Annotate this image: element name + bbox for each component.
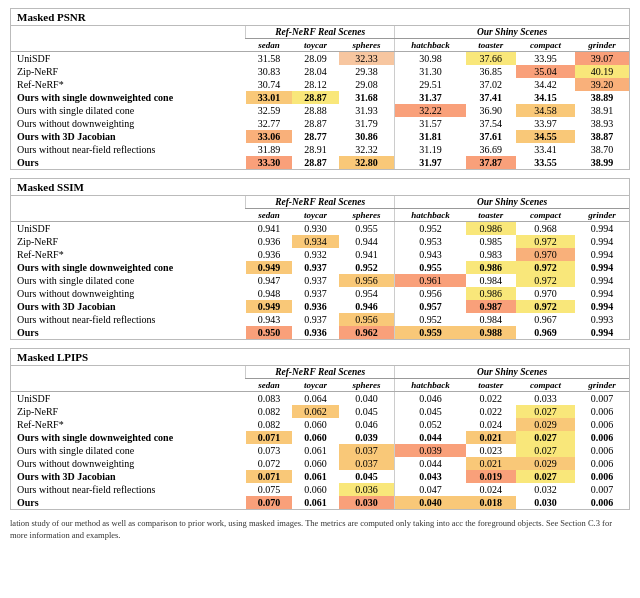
cell-1-0-5: 0.968	[516, 222, 575, 236]
col-subheader-1-5: compact	[516, 209, 575, 222]
cell-1-2-0: 0.936	[246, 248, 292, 261]
cell-1-4-1: 0.937	[292, 274, 339, 287]
cell-1-3-1: 0.937	[292, 261, 339, 274]
cell-0-1-5: 35.04	[516, 65, 575, 78]
table-row: Ref-NeRF*0.9360.9320.9410.9430.9830.9700…	[11, 248, 629, 261]
cell-0-8-6: 38.99	[575, 156, 629, 169]
col-subheader-1-3: hatchback	[395, 209, 466, 222]
cell-1-5-2: 0.954	[339, 287, 394, 300]
cell-2-8-3: 0.040	[395, 496, 466, 509]
table-row: Zip-NeRF0.0820.0620.0450.0450.0220.0270.…	[11, 405, 629, 418]
table-row: Ours with 3D Jacobian0.0710.0610.0450.04…	[11, 470, 629, 483]
table-row: Zip-NeRF0.9360.9340.9440.9530.9850.9720.…	[11, 235, 629, 248]
cell-1-8-5: 0.969	[516, 326, 575, 339]
cell-2-4-6: 0.006	[575, 444, 629, 457]
table-row: Ours without downweighting0.0720.0600.03…	[11, 457, 629, 470]
cell-0-7-1: 28.91	[292, 143, 339, 156]
cell-2-5-3: 0.044	[395, 457, 466, 470]
cell-2-5-0: 0.072	[246, 457, 292, 470]
cell-1-2-2: 0.941	[339, 248, 394, 261]
col-group-header-0-0: Ref-NeRF Real Scenes	[246, 26, 395, 39]
cell-0-5-2: 31.79	[339, 117, 394, 130]
cell-0-8-4: 37.87	[466, 156, 516, 169]
cell-0-0-0: 31.58	[246, 52, 292, 66]
row-name-1-0: UniSDF	[11, 222, 246, 236]
cell-1-0-3: 0.952	[395, 222, 466, 236]
col-subheader-2-1: toycar	[292, 379, 339, 392]
cell-0-4-6: 38.91	[575, 104, 629, 117]
cell-1-1-4: 0.985	[466, 235, 516, 248]
cell-0-5-0: 32.77	[246, 117, 292, 130]
cell-2-3-3: 0.044	[395, 431, 466, 444]
row-name-2-5: Ours without downweighting	[11, 457, 246, 470]
cell-2-7-1: 0.060	[292, 483, 339, 496]
row-name-2-6: Ours with 3D Jacobian	[11, 470, 246, 483]
table-section-0: Masked PSNRRef-NeRF Real ScenesOur Shiny…	[10, 8, 630, 170]
cell-0-1-2: 29.38	[339, 65, 394, 78]
row-name-0-7: Ours without near-field reflections	[11, 143, 246, 156]
col-group-header-2-1: Our Shiny Scenes	[395, 366, 630, 379]
col-subheader-0-0: sedan	[246, 39, 292, 52]
row-name-1-2: Ref-NeRF*	[11, 248, 246, 261]
cell-2-1-1: 0.062	[292, 405, 339, 418]
cell-2-8-0: 0.070	[246, 496, 292, 509]
cell-2-7-5: 0.032	[516, 483, 575, 496]
cell-1-8-4: 0.988	[466, 326, 516, 339]
table-section-1: Masked SSIMRef-NeRF Real ScenesOur Shiny…	[10, 178, 630, 340]
cell-0-4-0: 32.59	[246, 104, 292, 117]
cell-1-1-6: 0.994	[575, 235, 629, 248]
cell-1-4-4: 0.984	[466, 274, 516, 287]
cell-1-5-3: 0.956	[395, 287, 466, 300]
cell-2-2-4: 0.024	[466, 418, 516, 431]
cell-1-7-1: 0.937	[292, 313, 339, 326]
col-subheader-2-4: toaster	[466, 379, 516, 392]
cell-0-7-5: 33.41	[516, 143, 575, 156]
cell-0-3-3: 31.37	[395, 91, 466, 104]
table-row: Ours without near-field reflections31.89…	[11, 143, 629, 156]
row-name-0-2: Ref-NeRF*	[11, 78, 246, 91]
cell-1-6-0: 0.949	[246, 300, 292, 313]
col-subheader-1-0: sedan	[246, 209, 292, 222]
row-name-2-7: Ours without near-field reflections	[11, 483, 246, 496]
cell-2-6-4: 0.019	[466, 470, 516, 483]
cell-2-4-0: 0.073	[246, 444, 292, 457]
cell-1-3-3: 0.955	[395, 261, 466, 274]
col-subheader-2-6: grinder	[575, 379, 629, 392]
cell-2-3-0: 0.071	[246, 431, 292, 444]
cell-1-6-1: 0.936	[292, 300, 339, 313]
cell-2-0-0: 0.083	[246, 392, 292, 406]
table-row: UniSDF0.9410.9300.9550.9520.9860.9680.99…	[11, 222, 629, 236]
cell-1-6-3: 0.957	[395, 300, 466, 313]
cell-2-5-2: 0.037	[339, 457, 394, 470]
row-name-2-3: Ours with single downweighted cone	[11, 431, 246, 444]
cell-2-6-3: 0.043	[395, 470, 466, 483]
col-group-header-1-1: Our Shiny Scenes	[395, 196, 630, 209]
cell-2-5-5: 0.029	[516, 457, 575, 470]
cell-2-7-0: 0.075	[246, 483, 292, 496]
col-subheader-1-4: toaster	[466, 209, 516, 222]
cell-2-2-0: 0.082	[246, 418, 292, 431]
cell-2-1-3: 0.045	[395, 405, 466, 418]
cell-0-3-2: 31.68	[339, 91, 394, 104]
cell-2-2-2: 0.046	[339, 418, 394, 431]
cell-2-2-6: 0.006	[575, 418, 629, 431]
cell-2-7-6: 0.007	[575, 483, 629, 496]
cell-0-7-0: 31.89	[246, 143, 292, 156]
cell-2-2-5: 0.029	[516, 418, 575, 431]
cell-2-5-1: 0.060	[292, 457, 339, 470]
cell-0-1-1: 28.04	[292, 65, 339, 78]
cell-2-1-6: 0.006	[575, 405, 629, 418]
cell-1-8-6: 0.994	[575, 326, 629, 339]
row-name-2-1: Zip-NeRF	[11, 405, 246, 418]
table-title-1: Masked SSIM	[11, 179, 629, 196]
cell-0-2-0: 30.74	[246, 78, 292, 91]
cell-2-4-5: 0.027	[516, 444, 575, 457]
cell-0-4-3: 32.22	[395, 104, 466, 117]
cell-0-4-1: 28.88	[292, 104, 339, 117]
cell-1-6-2: 0.946	[339, 300, 394, 313]
cell-1-5-4: 0.986	[466, 287, 516, 300]
cell-2-8-2: 0.030	[339, 496, 394, 509]
table-title-0: Masked PSNR	[11, 9, 629, 26]
cell-0-6-3: 31.81	[395, 130, 466, 143]
cell-0-2-6: 39.20	[575, 78, 629, 91]
